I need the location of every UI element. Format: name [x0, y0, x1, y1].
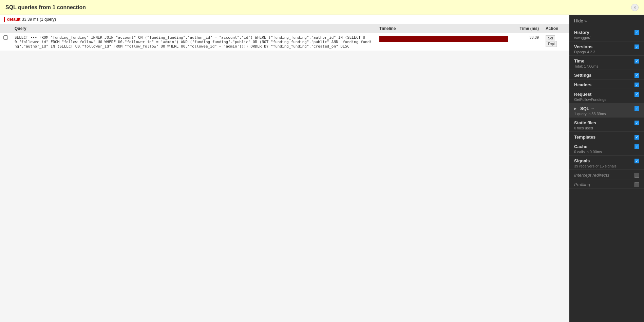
sidebar-item-settings[interactable]: Settings✓	[569, 70, 644, 79]
col-action: Action	[542, 24, 569, 33]
sidebar-item-label-static-files: Static files	[574, 120, 596, 125]
sidebar: Hide » History✓/swagger/Versions✓Django …	[569, 15, 644, 322]
content-area: default 33.39 ms (1 query) Query Timelin…	[0, 15, 569, 322]
sidebar-checkbox-request[interactable]: ✓	[634, 92, 639, 97]
sidebar-checkbox-headers[interactable]: ✓	[634, 83, 639, 87]
close-button[interactable]: ×	[631, 4, 639, 11]
sidebar-checkbox-settings[interactable]: ✓	[634, 73, 639, 78]
timeline-cell	[376, 33, 512, 51]
sidebar-item-versions[interactable]: Versions✓Django 4.2.3	[569, 41, 644, 56]
sidebar-checkbox-static-files[interactable]: ✓	[634, 121, 639, 125]
sidebar-item-subtitle-request: GetFollowFundings	[574, 97, 639, 102]
sidebar-item-static-files[interactable]: Static files✓0 files used	[569, 118, 644, 132]
db-detail: 33.39 ms (1 query)	[22, 17, 56, 22]
sidebar-item-subtitle-versions: Django 4.2.3	[574, 50, 639, 54]
sidebar-item-cache[interactable]: Cache✓0 calls in 0.00ms	[569, 141, 644, 156]
sidebar-item-label-profiling: Profiling	[574, 182, 590, 187]
col-time: Time (ms)	[512, 24, 542, 33]
sidebar-item-label-request: Request	[574, 92, 591, 97]
sidebar-item-sql[interactable]: ▶SQL···✓1 query in 33.39ms	[569, 103, 644, 118]
sidebar-item-headers[interactable]: Headers✓	[569, 79, 644, 89]
sidebar-checkbox-cache[interactable]: ✓	[634, 144, 639, 149]
query-cell: SELECT ••• FROM "funding_funding" INNER …	[11, 33, 376, 51]
col-timeline: Timeline	[376, 24, 512, 33]
db-info-bar: default 33.39 ms (1 query)	[0, 15, 569, 24]
sidebar-checkbox-profiling[interactable]	[634, 182, 639, 187]
sidebar-item-label-intercept-redirects: Intercept redirects	[574, 173, 609, 178]
sql-dots: ···	[591, 107, 594, 110]
sidebar-item-templates[interactable]: Templates✓	[569, 132, 644, 141]
main-layout: default 33.39 ms (1 query) Query Timelin…	[0, 15, 644, 322]
sidebar-item-request[interactable]: Request✓GetFollowFundings	[569, 89, 644, 103]
sidebar-item-subtitle-time: Total: 17.06ms	[574, 64, 639, 68]
sidebar-checkbox-templates[interactable]: ✓	[634, 135, 639, 140]
sql-table: Query Timeline Time (ms) Action SELECT •…	[0, 24, 569, 51]
sidebar-item-subtitle-sql: 1 query in 33.39ms	[574, 112, 639, 116]
sidebar-checkbox-intercept-redirects[interactable]	[634, 173, 639, 178]
sidebar-item-label-cache: Cache	[574, 144, 587, 149]
sidebar-item-label-time: Time	[574, 58, 584, 64]
sidebar-checkbox-sql[interactable]: ✓	[634, 106, 639, 111]
db-label: default	[4, 17, 20, 22]
row-checkbox[interactable]	[0, 33, 11, 51]
sidebar-checkbox-time[interactable]: ✓	[634, 59, 639, 64]
sidebar-item-history[interactable]: History✓/swagger/	[569, 27, 644, 41]
sidebar-item-label-signals: Signals	[574, 158, 590, 163]
sidebar-item-subtitle-signals: 39 receivers of 15 signals	[574, 164, 639, 168]
top-bar: SQL queries from 1 connection ×	[0, 0, 644, 15]
col-query: Query	[11, 24, 376, 33]
sidebar-checkbox-versions[interactable]: ✓	[634, 44, 639, 49]
sidebar-item-subtitle-static-files: 0 files used	[574, 126, 639, 130]
sidebar-item-signals[interactable]: Signals✓39 receivers of 15 signals	[569, 156, 644, 170]
sidebar-item-time[interactable]: Time✓Total: 17.06ms	[569, 56, 644, 70]
action-button-expl[interactable]: Expl	[546, 41, 557, 47]
action-cell: SelExpl	[542, 33, 569, 51]
page-title: SQL queries from 1 connection	[5, 4, 86, 11]
sidebar-item-label-versions: Versions	[574, 44, 592, 49]
sidebar-item-label-templates: Templates	[574, 135, 595, 140]
sidebar-hide-button[interactable]: Hide »	[569, 15, 644, 27]
timeline-bar	[379, 36, 508, 42]
sidebar-checkbox-history[interactable]: ✓	[634, 30, 639, 35]
sidebar-item-label-settings: Settings	[574, 73, 591, 78]
active-arrow-icon: ▶	[574, 107, 577, 110]
sidebar-item-label-sql: SQL	[580, 106, 589, 111]
table-row: SELECT ••• FROM "funding_funding" INNER …	[0, 33, 569, 51]
sidebar-item-intercept-redirects[interactable]: Intercept redirects	[569, 170, 644, 179]
col-checkbox	[0, 24, 11, 33]
sidebar-item-subtitle-history: /swagger/	[574, 36, 639, 40]
action-button-sel[interactable]: Sel	[546, 35, 555, 41]
hide-label: Hide »	[574, 18, 587, 23]
sidebar-item-profiling[interactable]: Profiling	[569, 179, 644, 189]
time-cell: 33.39	[512, 33, 542, 51]
sidebar-item-label-history: History	[574, 30, 589, 35]
sidebar-checkbox-signals[interactable]: ✓	[634, 159, 639, 163]
sidebar-item-label-headers: Headers	[574, 82, 591, 87]
sidebar-item-subtitle-cache: 0 calls in 0.00ms	[574, 150, 639, 154]
